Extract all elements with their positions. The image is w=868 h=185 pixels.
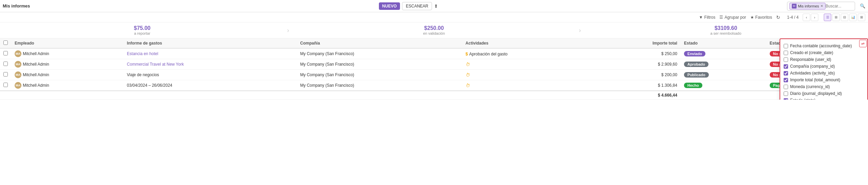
- col-chooser-checkbox-user_id[interactable]: [784, 57, 788, 62]
- graph-view-button[interactable]: 📊: [849, 14, 857, 21]
- col-chooser-label-activity_ids: Actividades (activity_ids): [790, 71, 835, 75]
- col-chooser-label-total_amount: Importe total (total_amount): [790, 78, 840, 82]
- page-info: 1-4 / 4: [787, 15, 799, 20]
- informe-cell: Viaje de negocios: [123, 70, 297, 80]
- employee-cell: MAMitchell Admin: [11, 59, 123, 70]
- informe-link[interactable]: Commercial Travel at New York: [127, 62, 184, 67]
- agrupar-button[interactable]: ☰ Agrupar por: [719, 15, 746, 20]
- avatar: MA: [15, 50, 21, 57]
- col-chooser-checkbox-journal_id[interactable]: [784, 91, 788, 96]
- search-input[interactable]: [825, 4, 853, 9]
- col-chooser-label-journal_id: Diario (journal_displayed_id): [790, 91, 842, 96]
- col-chooser-checkbox-create_date[interactable]: [784, 51, 788, 55]
- col-chooser-item-total_amount[interactable]: Importe total (total_amount): [784, 77, 864, 83]
- favoritos-button[interactable]: ★ Favoritos: [750, 15, 772, 20]
- total-label-1: [11, 91, 123, 100]
- pivot-view-button[interactable]: ⊞: [858, 14, 865, 21]
- tag-close-icon[interactable]: ✕: [820, 4, 823, 8]
- col-chooser-item-accounting_date[interactable]: Fecha contable (accounting_date): [784, 43, 864, 49]
- employee-cell: MAMitchell Admin: [11, 70, 123, 80]
- row-checkbox-3[interactable]: [3, 83, 8, 87]
- next-page-button[interactable]: ›: [811, 14, 818, 21]
- col-chooser-item-state[interactable]: Estado (state): [784, 97, 864, 100]
- importe-cell: $ 1.306,84: [595, 80, 681, 91]
- filtros-button[interactable]: ▼ Filtros: [699, 15, 716, 20]
- total-row: $ 4.666,44: [0, 91, 868, 100]
- view-icons: ☰ ⊞ ⊟ 📊 ⊞: [824, 14, 865, 21]
- col-chooser-checkbox-accounting_date[interactable]: [784, 44, 788, 48]
- col-estado[interactable]: Estado: [681, 38, 766, 48]
- activity-clock-icon: ⏱: [466, 83, 470, 88]
- activity-clock-icon: ⏱: [466, 72, 470, 78]
- informe-link[interactable]: Estancia en hotel: [127, 51, 158, 56]
- col-chooser-item-currency_id[interactable]: Moneda (currency_id): [784, 83, 864, 90]
- col-chooser-checkbox-total_amount[interactable]: [784, 78, 788, 82]
- col-employee: Empleado: [11, 38, 123, 48]
- col-chooser-label-currency_id: Moneda (currency_id): [790, 84, 830, 89]
- col-actividades[interactable]: Actividades: [462, 38, 595, 48]
- col-chooser-item-create_date[interactable]: Creado el (create_date): [784, 49, 864, 56]
- col-chooser-items: Fecha contable (accounting_date) Creado …: [784, 43, 864, 100]
- col-chooser-checkbox-currency_id[interactable]: [784, 85, 788, 89]
- top-bar: Mis informes NUEVO ESCANEAR ⬆ M Mis info…: [0, 0, 868, 12]
- row-checkbox-1[interactable]: [3, 62, 8, 66]
- compania-cell: My Company (San Francisco): [297, 48, 462, 59]
- select-all-header[interactable]: [0, 38, 11, 48]
- summary-arrow-2[interactable]: ›: [572, 27, 588, 34]
- actividad-cell: $ Aprobación del gasto: [462, 48, 595, 59]
- select-all-checkbox[interactable]: [3, 40, 8, 45]
- search-tag-pill[interactable]: M Mis informes ✕: [789, 3, 825, 10]
- compania-cell: My Company (San Francisco): [297, 59, 462, 70]
- tag-icon: M: [792, 4, 797, 9]
- summary-amount-3: $3109.60: [715, 25, 737, 31]
- total-label-5: [681, 91, 766, 100]
- col-chooser-item-company_id[interactable]: Compañía (company_id): [784, 63, 864, 70]
- importe-cell: $ 250,00: [595, 48, 681, 59]
- col-chooser-checkbox-activity_ids[interactable]: [784, 71, 788, 75]
- summary-amount-1: $75.00: [134, 25, 151, 31]
- employee-name: Mitchell Admin: [23, 72, 49, 77]
- column-chooser-panel: ⇌ Fecha contable (accounting_date) Cread…: [780, 38, 868, 100]
- informe-cell[interactable]: Estancia en hotel: [123, 48, 297, 59]
- col-chooser-checkbox-state[interactable]: [784, 98, 788, 100]
- search-tag-label: Mis informes: [798, 4, 819, 8]
- estado-badge: Hecho: [684, 83, 702, 88]
- table-view-button[interactable]: ⊟: [841, 14, 848, 21]
- col-chooser-item-user_id[interactable]: Responsable (user_id): [784, 56, 864, 63]
- col-chooser-item-journal_id[interactable]: Diario (journal_displayed_id): [784, 90, 864, 97]
- informe-cell: 03/04/2024 – 26/06/2024: [123, 80, 297, 91]
- avatar: MA: [15, 71, 21, 78]
- search-icon[interactable]: 🔍: [860, 3, 865, 9]
- col-chooser-item-activity_ids[interactable]: Actividades (activity_ids): [784, 70, 864, 77]
- employee-name: Mitchell Admin: [23, 83, 49, 88]
- col-chooser-toggle-button[interactable]: ⇌: [859, 40, 867, 47]
- refresh-button[interactable]: ↻: [776, 15, 780, 20]
- col-informe[interactable]: Informe de gastos: [123, 38, 297, 48]
- col-chooser-label-user_id: Responsable (user_id): [790, 57, 831, 62]
- actividad-cell: ⏱: [462, 70, 595, 80]
- page-title: Mis informes: [3, 3, 30, 9]
- avatar: MA: [15, 82, 21, 89]
- row-checkbox-2[interactable]: [3, 72, 8, 77]
- prev-page-button[interactable]: ‹: [803, 14, 810, 21]
- kanban-view-button[interactable]: ⊞: [832, 14, 840, 21]
- importe-cell: $ 2.909,60: [595, 59, 681, 70]
- favoritos-label: Favoritos: [755, 15, 772, 20]
- row-checkbox-0[interactable]: [3, 51, 8, 55]
- table-row: MAMitchell Admin03/04/2024 – 26/06/2024M…: [0, 80, 868, 91]
- summary-arrow-1[interactable]: ›: [280, 27, 296, 34]
- search-box[interactable]: M Mis informes ✕: [787, 2, 855, 11]
- list-view-button[interactable]: ☰: [824, 14, 831, 21]
- col-importe[interactable]: Importe total: [595, 38, 681, 48]
- col-chooser-label-accounting_date: Fecha contable (accounting_date): [790, 44, 852, 48]
- new-button[interactable]: NUEVO: [379, 2, 400, 10]
- total-label-4: [462, 91, 595, 100]
- col-compania[interactable]: Compañía: [297, 38, 462, 48]
- col-chooser-checkbox-company_id[interactable]: [784, 64, 788, 69]
- informe-cell[interactable]: Commercial Travel at New York: [123, 59, 297, 70]
- col-chooser-label-state: Estado (state): [790, 98, 816, 100]
- search-area: M Mis informes ✕ 🔍: [787, 2, 865, 11]
- upload-icon[interactable]: ⬆: [434, 3, 438, 9]
- scan-button[interactable]: ESCANEAR: [402, 2, 432, 10]
- table-row: MAMitchell AdminCommercial Travel at New…: [0, 59, 868, 70]
